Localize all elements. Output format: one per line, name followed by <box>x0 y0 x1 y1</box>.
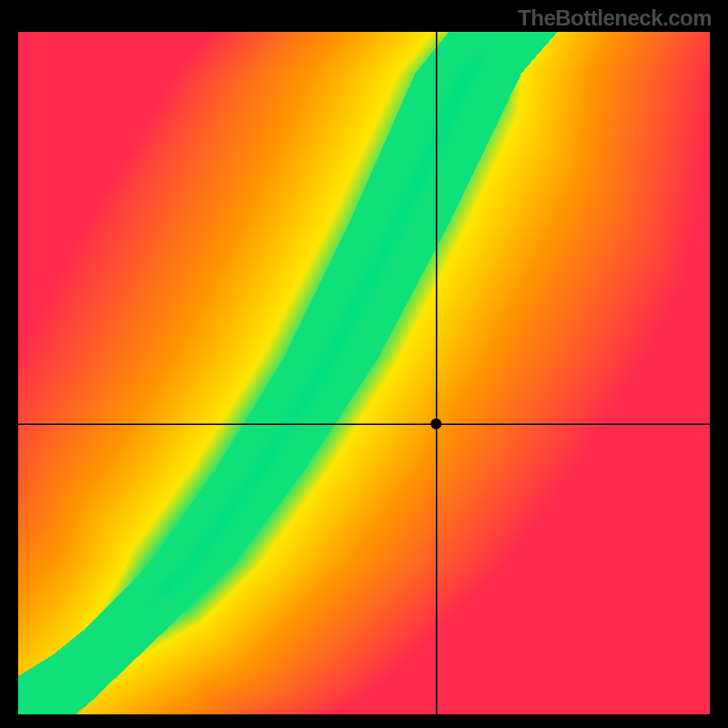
heatmap-canvas <box>18 32 710 714</box>
bottleneck-heatmap <box>18 32 710 714</box>
attribution-label: TheBottleneck.com <box>518 5 712 31</box>
